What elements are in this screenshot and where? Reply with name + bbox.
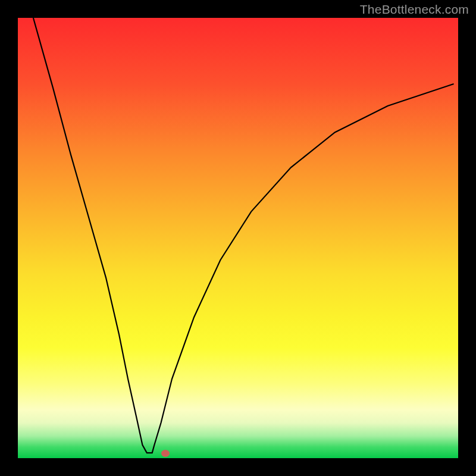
watermark-text: TheBottleneck.com <box>360 2 469 17</box>
plot-area <box>18 18 458 458</box>
curve-minimum-marker <box>161 450 170 457</box>
